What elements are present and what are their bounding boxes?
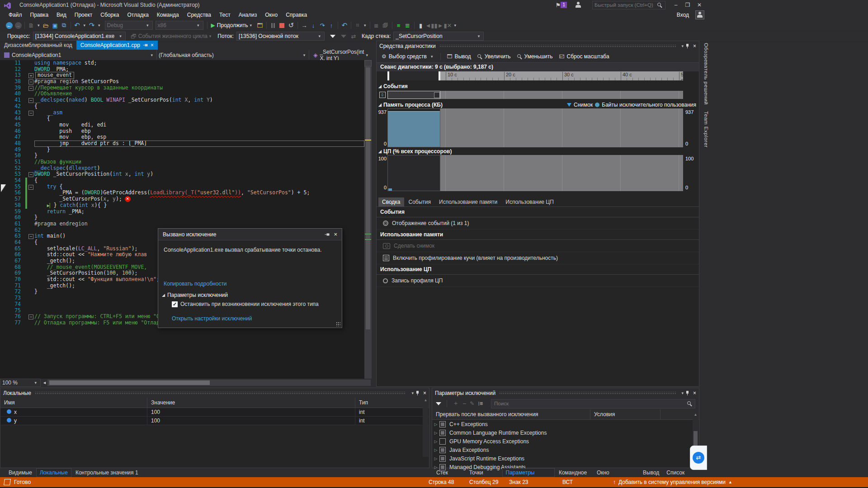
tab-disassembly[interactable]: Дизассемблированный код [0,41,76,50]
watch-tab[interactable]: Контрольные значения 1 [72,469,142,477]
code-line[interactable]: 57_SetCursorPos(x, y);✕ [0,196,364,202]
debug-window-tab[interactable]: Точки останова [466,469,501,477]
zoom-in-button[interactable]: Увеличить [475,53,513,60]
debug-window-tab[interactable]: Вывод [640,469,662,477]
cpu-section-header[interactable]: ◢ЦП (% всех процессоров) [377,147,699,155]
expand-icon[interactable]: ▷ [432,422,439,427]
menu-item[interactable]: Команда [153,10,183,20]
pin-tab-icon[interactable] [142,43,148,47]
outdent-icon[interactable]: ≣ [403,21,412,30]
restart-icon[interactable]: ↺ [287,21,296,30]
menu-item[interactable]: Проект [71,10,97,20]
column-name[interactable]: Имя [0,398,147,408]
intellitrace-icon[interactable]: 🗔 [255,21,264,30]
undo-icon[interactable]: ↶ [73,21,82,30]
open-file-icon[interactable]: 🗁 [42,21,51,30]
menu-item[interactable]: Анализ [235,10,261,20]
close-popup-icon[interactable]: × [334,231,337,238]
exception-settings-expander[interactable]: ◢Параметры исключений [162,292,228,298]
exceptions-search-input[interactable] [491,401,687,406]
menu-item[interactable]: Окно [261,10,282,20]
prev-bookmark-icon[interactable]: ◄▮ [425,21,434,30]
show-next-statement-icon[interactable]: → [300,21,309,30]
navigate-forward-icon[interactable]: → [15,22,22,29]
diagnostics-header[interactable]: Средства диагностики ▾ × [377,41,699,51]
next-bookmark-icon[interactable]: ▮► [434,21,443,30]
step-out-icon[interactable]: ↑ [327,21,336,30]
popup-titlebar[interactable]: Вызвано исключение × [158,229,342,240]
pin-popup-icon[interactable] [325,232,330,236]
exception-category-row[interactable]: ▷C++ Exceptions [432,420,699,428]
comment-icon[interactable]: 🗉 [372,21,381,30]
member-dropdown[interactable]: ◈ _SetCursorPos(int X, int Y)▾ [309,50,372,60]
pin-icon[interactable] [415,390,420,396]
hscroll-left-arrow[interactable]: ◄ [42,380,47,385]
save-icon[interactable]: ▣ [51,21,60,30]
indent-icon[interactable]: ≡ [394,21,403,30]
uncomment-icon[interactable]: 🗊 [381,21,390,30]
code-line[interactable]: 55−try { [0,184,364,190]
fold-marker[interactable]: − [28,185,33,190]
output-button[interactable]: 🗔 Вывод [444,53,473,60]
minimize-button[interactable]: – [670,0,682,9]
debug-window-tab[interactable]: Командное окно [556,469,593,477]
category-checkbox[interactable] [439,421,446,427]
fold-marker[interactable]: − [28,234,33,239]
code-line[interactable]: 49} [0,147,364,153]
timeline-ruler[interactable]: 10 с20 с30 с40 с50 с [387,71,683,80]
cpu-chart[interactable] [387,155,683,191]
code-line[interactable]: 54{ [0,178,364,184]
fold-marker[interactable]: − [28,86,33,91]
code-editor[interactable]: 11using namespace std;12DWORD _PMA;13+mo… [0,60,364,379]
events-section-header[interactable]: ◢События [377,82,699,90]
new-file-icon[interactable]: 🗎 [27,21,36,30]
step-into-icon[interactable]: ↓ [309,21,318,30]
locals-row[interactable]: x100int [0,408,429,417]
zoom-out-button[interactable]: Уменьшить [515,53,555,60]
find-in-files-icon[interactable]: ⌗ [353,21,362,30]
watch-tab[interactable]: Видимые [5,469,35,477]
notification-badge[interactable]: 1 [561,2,567,8]
reset-zoom-button[interactable]: 🗠 Сброс масштаба [557,53,612,60]
category-checkbox[interactable] [439,438,446,445]
fold-marker[interactable]: − [28,98,33,103]
window-menu-icon[interactable]: ▾ [679,391,685,395]
quick-launch-input[interactable] [593,2,657,8]
add-to-source-control-button[interactable]: ↑ Добавить в систему управления версиями… [613,477,732,487]
exception-category-row[interactable]: ▷JavaScript Runtime Exceptions [432,454,699,463]
exception-category-row[interactable]: ▷Common Language Runtime Exceptions [432,428,699,437]
menu-item[interactable]: Средства [183,10,215,20]
window-menu-icon[interactable]: ▾ [410,391,415,395]
menu-item[interactable]: Правка [26,10,53,20]
code-line[interactable]: 60} [0,215,364,221]
close-pane-icon[interactable]: × [693,43,696,49]
expand-icon[interactable]: ▷ [432,439,439,444]
locals-scrollbar[interactable]: ▲ [423,398,429,457]
window-menu-icon[interactable]: ▾ [679,44,685,48]
category-checkbox[interactable] [439,455,446,462]
code-line[interactable]: 45mov edi, edi [0,122,364,128]
editor-vertical-scrollbar[interactable] [364,66,372,379]
open-exception-settings-link[interactable]: Открыть настройки исключений [172,315,252,322]
editor-zoom-select[interactable]: 100 %▾ [0,379,41,387]
tab-solution-explorer[interactable]: Обозреватель решений [700,43,709,105]
maximize-button[interactable]: ❐ [682,0,693,9]
filter-icon[interactable] [436,402,441,405]
close-pane-icon[interactable]: × [693,390,696,396]
exceptions-header[interactable]: Параметры исключений ▾ × [432,388,699,398]
events-display-link[interactable]: Отображение событий (1 из 1) [377,217,699,230]
fold-marker[interactable]: − [28,111,33,116]
sign-in-link[interactable]: Вход [677,12,695,18]
solution-platform-combo[interactable]: x86▾ [156,21,203,30]
clear-bookmarks-icon[interactable]: ▮✕ [443,21,453,30]
code-line[interactable]: 43−__asm [0,110,364,116]
menu-item[interactable]: Сборка [96,10,123,20]
diagnostics-tab[interactable]: Сводка [378,197,404,206]
continue-button[interactable]: ▶ Продолжить ▾ [209,21,255,30]
scroll-up-icon[interactable]: ▲ [693,413,698,417]
code-line[interactable]: 53−DWORD _SetCursorPosition(int x, int y… [0,171,364,178]
editor-horizontal-scrollbar[interactable] [47,380,371,386]
tab-team-explorer[interactable]: Team Explorer [700,111,709,148]
exception-category-row[interactable]: ▷GPU Memory Access Exceptions [432,437,699,446]
code-line[interactable]: 52__declspec(dllexport) [0,165,364,172]
